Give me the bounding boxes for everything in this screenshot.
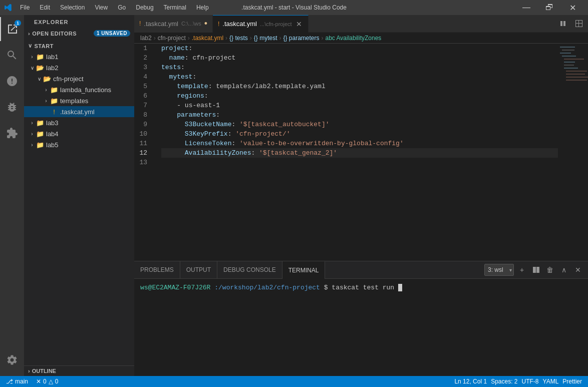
line-num-8: 8: [134, 110, 153, 120]
sidebar-item-label: lab5: [46, 141, 59, 149]
close-terminal-button[interactable]: ✕: [572, 264, 584, 276]
encoding-label: UTF-8: [522, 378, 539, 385]
cursor-position-item[interactable]: Ln 12, Col 1: [452, 376, 489, 387]
breadcrumb-sep: ›: [250, 35, 252, 42]
line-num-10: 10: [134, 129, 153, 139]
menu-selection[interactable]: Selection: [56, 3, 89, 12]
code-line-9: S3BucketName: '$[taskcat_autobucket]': [161, 120, 558, 129]
tab-taskcat-1[interactable]: ! .taskcat.yml C:\...\ws •: [134, 15, 213, 33]
outline-chevron-icon: ›: [28, 368, 30, 374]
terminal-tab-output[interactable]: OUTPUT: [180, 261, 217, 279]
minimize-button[interactable]: —: [515, 0, 538, 15]
menu-go[interactable]: Go: [114, 3, 130, 12]
line-numbers: 1 2 3 4 5 6 7 8 9 10 11 12 13: [134, 44, 159, 261]
terminal-tab-terminal[interactable]: TERMINAL: [282, 261, 326, 279]
sidebar-item-lab3[interactable]: › 📁 lab3: [24, 117, 134, 128]
code-line-12: AvailabilityZones: '$[taskcat_genaz_2]': [161, 148, 558, 158]
settings-icon: [6, 354, 18, 366]
code-line-7: - us-east-1: [161, 101, 558, 110]
shell-selector-wrapper: 3: wsl ▾: [484, 264, 514, 276]
code-line-4: mytest:: [161, 72, 558, 82]
warnings-count: 0: [55, 378, 59, 385]
encoding-item[interactable]: UTF-8: [520, 376, 541, 387]
open-editors-toggle[interactable]: › OPEN EDITORS 1 UNSAVED: [24, 28, 134, 39]
svg-rect-10: [566, 77, 588, 78]
terminal-actions: 3: wsl ▾ + 🗑 ∧ ✕: [484, 264, 588, 276]
new-terminal-button[interactable]: +: [516, 264, 528, 276]
maximize-button[interactable]: 🗗: [538, 0, 561, 15]
sidebar-item-taskcat-yml[interactable]: ! .taskcat.yml: [24, 106, 134, 117]
code-content[interactable]: project: name: cfn-project tests: mytest…: [159, 44, 558, 261]
errors-count: 0: [43, 378, 47, 385]
activity-explorer[interactable]: 1: [0, 17, 24, 41]
start-toggle[interactable]: ∨ START: [24, 41, 134, 51]
formatter-item[interactable]: Prettier: [560, 376, 584, 387]
indent-item[interactable]: Spaces: 2: [489, 376, 519, 387]
sidebar-item-lambda-functions[interactable]: › 📁 lambda_functions: [24, 84, 134, 95]
breadcrumb-item-mytest[interactable]: {} mytest: [254, 35, 277, 42]
sidebar-item-templates[interactable]: › 📁 templates: [24, 95, 134, 106]
sidebar-item-lab4[interactable]: › 📁 lab4: [24, 128, 134, 139]
open-editors-badge: 1 UNSAVED: [94, 30, 130, 37]
activity-bar: 1: [0, 15, 24, 376]
breadcrumb-item-cfn-project[interactable]: cfn-project: [158, 35, 186, 42]
breadcrumb-item-parameters[interactable]: {} parameters: [283, 35, 319, 42]
menu-edit[interactable]: Edit: [36, 3, 54, 12]
tab-close-button[interactable]: ✕: [295, 20, 303, 28]
line-num-7: 7: [134, 101, 153, 110]
sidebar-item-cfn-project[interactable]: ∨ 📂 cfn-project: [24, 73, 134, 84]
menu-debug[interactable]: Debug: [132, 3, 157, 12]
language-item[interactable]: YAML: [541, 376, 561, 387]
menu-help[interactable]: Help: [192, 3, 213, 12]
code-line-5: template: templates/lab2.template.yaml: [161, 82, 558, 91]
menu-terminal[interactable]: Terminal: [160, 3, 190, 12]
layout-button[interactable]: [572, 17, 586, 31]
language-label: YAML: [543, 378, 559, 385]
chevron-right-icon: ›: [28, 141, 36, 149]
terminal-tab-debug[interactable]: DEBUG CONSOLE: [217, 261, 282, 279]
folder-open-icon: 📂: [43, 75, 51, 83]
chevron-right-icon: ›: [28, 53, 36, 61]
split-terminal-button[interactable]: [530, 264, 542, 276]
activity-settings[interactable]: [0, 348, 24, 372]
sidebar-item-lab2[interactable]: ∨ 📂 lab2: [24, 62, 134, 73]
cursor-position: Ln 12, Col 1: [454, 378, 487, 385]
code-line-6: regions:: [161, 91, 558, 101]
breadcrumb-item-tests[interactable]: {} tests: [229, 35, 248, 42]
shell-selector[interactable]: 3: wsl: [484, 264, 514, 276]
terminal-tab-problems[interactable]: PROBLEMS: [134, 261, 180, 279]
collapse-terminal-button[interactable]: ∧: [558, 264, 570, 276]
menu-file[interactable]: File: [16, 3, 34, 12]
breadcrumb-item-availzones[interactable]: abc AvailabilityZones: [326, 35, 382, 42]
breadcrumb-item-file[interactable]: .taskcat.yml: [192, 35, 223, 42]
kill-terminal-button[interactable]: 🗑: [544, 264, 556, 276]
code-editor[interactable]: 1 2 3 4 5 6 7 8 9 10 11 12 13 project: n: [134, 44, 588, 261]
minimap: [558, 44, 588, 261]
outline-toggle[interactable]: › OUTLINE: [24, 366, 134, 376]
close-button[interactable]: ✕: [561, 0, 584, 15]
activity-debug[interactable]: [0, 95, 24, 119]
activity-git[interactable]: [0, 69, 24, 93]
formatter-label: Prettier: [562, 378, 582, 385]
sidebar-item-lab1[interactable]: › 📁 lab1: [24, 51, 134, 62]
status-bar: ⎇ main ✕ 0 △ 0 Ln 12, Col 1 Spaces: 2 UT…: [0, 376, 588, 387]
sidebar-item-lab5[interactable]: › 📁 lab5: [24, 139, 134, 150]
svg-rect-1: [562, 50, 574, 51]
breadcrumb-item-lab2[interactable]: lab2: [140, 35, 152, 42]
terminal-content[interactable]: ws@EC2AMAZ-F07J26R :/workshop/lab2/cfn-p…: [134, 279, 588, 376]
line-num-3: 3: [134, 63, 153, 72]
activity-extensions[interactable]: [0, 121, 24, 145]
chevron-right-icon: ›: [42, 97, 50, 105]
tab-taskcat-2[interactable]: ! .taskcat.yml ...\cfn-project ✕: [213, 15, 309, 33]
svg-rect-3: [562, 56, 576, 57]
activity-search[interactable]: [0, 43, 24, 67]
git-branch-item[interactable]: ⎇ main: [4, 376, 30, 387]
git-branch-name: main: [15, 378, 28, 385]
tab-bar-actions: [556, 17, 588, 31]
menu-view[interactable]: View: [91, 3, 112, 12]
tab-name: .taskcat.yml: [222, 20, 257, 28]
errors-item[interactable]: ✕ 0 △ 0: [34, 376, 60, 387]
folder-icon: 📁: [36, 141, 44, 149]
split-editor-button[interactable]: [556, 17, 570, 31]
sidebar-item-label: lab4: [46, 130, 59, 138]
